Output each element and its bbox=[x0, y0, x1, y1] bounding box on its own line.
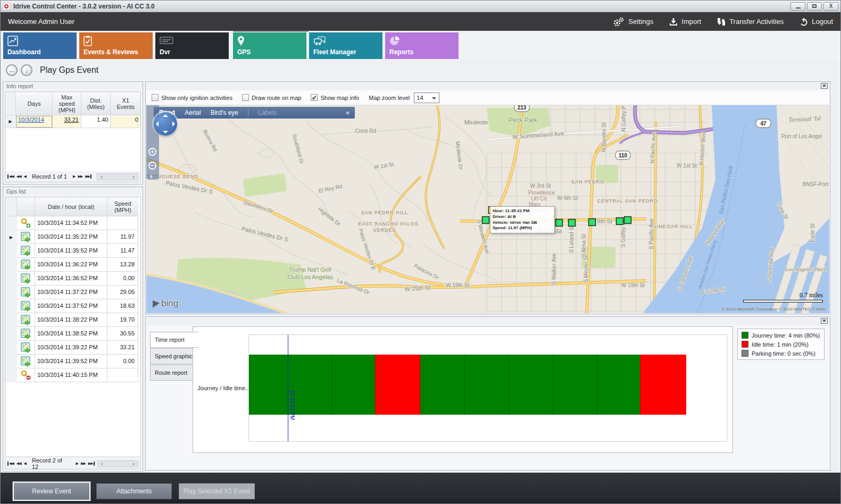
zoom-out-button[interactable]: − bbox=[148, 162, 156, 170]
map-view-birdseye[interactable]: Bird's eye bbox=[211, 109, 238, 116]
max-speed-value[interactable]: 33.21 bbox=[53, 115, 81, 128]
reports-pie-icon bbox=[389, 36, 400, 46]
next-page-button[interactable]: ▶▶ bbox=[81, 461, 86, 466]
col-date-hour[interactable]: Date / hour (local) bbox=[35, 197, 107, 216]
gps-list-row[interactable]: 10/3/2014 11:37:22 PM29.05 bbox=[5, 285, 140, 299]
col-speed[interactable]: Speed (MPH) bbox=[107, 197, 138, 216]
tab-fleet-manager[interactable]: Fleet Manager bbox=[309, 32, 382, 59]
map-label: Club-Los Angelas bbox=[287, 274, 334, 280]
gps-list-row[interactable]: 10/3/2014 11:39:22 PM33.21 bbox=[5, 341, 140, 355]
zoom-in-button[interactable]: + bbox=[148, 148, 156, 156]
page-title-row: ← ↓ Play Gps Event bbox=[1, 61, 840, 80]
tab-time-report[interactable]: Time report bbox=[150, 332, 199, 348]
legend-item: Idle time: 1 min (20%) bbox=[742, 341, 820, 348]
gps-list-row[interactable]: ▶10/3/2014 11:35:22 PM11.97 bbox=[5, 230, 140, 244]
horizontal-scrollbar[interactable] bbox=[97, 460, 138, 467]
gps-list-row[interactable]: 10/3/2014 11:38:52 PM30.55 bbox=[5, 327, 140, 341]
logout-button[interactable]: Logout bbox=[800, 18, 833, 26]
next-page-button[interactable]: ▶▶ bbox=[78, 174, 82, 179]
panel-maximize-button[interactable] bbox=[821, 318, 828, 324]
gps-marker[interactable] bbox=[624, 217, 631, 224]
download-button[interactable]: ↓ bbox=[21, 64, 32, 76]
checkbox-show-ignition[interactable]: Show only ignition activities bbox=[152, 94, 232, 101]
col-dist[interactable]: Dist. (Miles) bbox=[81, 92, 111, 115]
info-report-row[interactable]: ▶ 10/3/2014 33.21 1.40 0 bbox=[5, 115, 140, 128]
col-days[interactable]: Days bbox=[16, 92, 53, 115]
tab-reports[interactable]: Reports bbox=[385, 32, 459, 59]
gps-list-row[interactable]: 10/3/2014 11:39:52 PM0.00 bbox=[5, 355, 140, 368]
gps-list-row[interactable]: 10/3/2014 11:36:52 PM0.00 bbox=[5, 272, 140, 285]
attachments-button[interactable]: Attachments bbox=[96, 483, 172, 499]
gps-list-row[interactable]: 10/3/2014 11:34:52 PM bbox=[5, 216, 140, 230]
journey-segment bbox=[597, 355, 640, 415]
tab-events-reviews[interactable]: Events & Reviews bbox=[79, 32, 153, 59]
row-gutter: ▶ bbox=[5, 230, 17, 244]
row-gutter bbox=[5, 299, 17, 313]
transfer-activities-button[interactable]: Transfer Activities bbox=[717, 18, 784, 26]
checkbox-draw-route[interactable]: Draw route on map bbox=[242, 94, 302, 101]
col-max-speed[interactable]: Max speed (MPH) bbox=[53, 92, 81, 115]
map-view-labels[interactable]: Labels bbox=[258, 109, 277, 116]
gps-icon bbox=[17, 313, 35, 327]
prev-page-button[interactable]: ◀◀ bbox=[16, 461, 21, 466]
first-record-button[interactable]: ◀◀ bbox=[7, 174, 14, 179]
gps-marker[interactable] bbox=[556, 220, 563, 226]
maximize-button[interactable] bbox=[807, 2, 822, 11]
map-label: S Alma St bbox=[581, 234, 587, 257]
gps-marker[interactable] bbox=[569, 220, 576, 226]
legend-swatch bbox=[742, 350, 748, 357]
map-compass-control[interactable] bbox=[154, 112, 177, 136]
col-x1-events[interactable]: X1 Events bbox=[111, 92, 140, 115]
prev-record-button[interactable]: ◀ bbox=[24, 461, 26, 466]
panel-maximize-button[interactable] bbox=[821, 83, 828, 89]
row-gutter bbox=[5, 258, 17, 272]
time-cursor-line[interactable] bbox=[288, 335, 288, 441]
tab-route-report[interactable]: Route report bbox=[150, 365, 199, 381]
gps-list-row[interactable]: 10/3/2014 11:36:22 PM13.28 bbox=[5, 258, 140, 272]
tab-dvr[interactable]: Dvr bbox=[155, 32, 229, 59]
map-canvas[interactable]: MiralestePeck ParkW Summerland AveCrest … bbox=[146, 105, 829, 313]
gps-list-row[interactable]: 10/3/2014 11:35:52 PM11.47 bbox=[5, 244, 140, 258]
tooltip-vehicle: Vehicle: idrive Van SB bbox=[493, 220, 552, 226]
last-record-button[interactable]: ▶▶ bbox=[88, 461, 95, 466]
row-gutter bbox=[5, 216, 17, 230]
legend-item: Parking time: 0 sec (0%) bbox=[742, 350, 820, 357]
gps-marker[interactable] bbox=[589, 219, 596, 226]
map-label: S Leland St bbox=[569, 225, 574, 253]
next-record-button[interactable]: ▶ bbox=[73, 174, 75, 179]
review-event-button[interactable]: Review Event bbox=[12, 481, 91, 501]
checkbox-box: ✓ bbox=[311, 94, 318, 101]
map-panel: Show only ignition activities Draw route… bbox=[145, 81, 830, 314]
checkbox-show-map-info[interactable]: ✓ Show map info bbox=[311, 94, 359, 101]
gps-marker[interactable] bbox=[617, 218, 623, 225]
gps-date-cell: 10/3/2014 11:39:52 PM bbox=[35, 355, 107, 368]
gps-speed-cell: 11.97 bbox=[107, 230, 138, 244]
gps-list-row[interactable]: 10/3/2014 11:37:52 PM18.63 bbox=[5, 299, 140, 313]
gps-list-row[interactable]: 10/3/2014 11:38:22 PM19.70 bbox=[5, 313, 140, 327]
gps-marker[interactable] bbox=[482, 217, 489, 224]
x1-events-value: 0 bbox=[111, 115, 140, 128]
minimize-button[interactable] bbox=[790, 2, 805, 11]
map-zoom-select[interactable]: 14 bbox=[414, 93, 439, 103]
tab-dashboard[interactable]: Dashboard bbox=[3, 32, 77, 59]
prev-page-button[interactable]: ◀◀ bbox=[16, 174, 21, 179]
tab-speed-graphic[interactable]: Speed graphic bbox=[150, 348, 199, 364]
play-selected-x1-event-button[interactable]: Play Selected X1 Event bbox=[179, 483, 255, 499]
toolbar-collapse-button[interactable]: « bbox=[346, 109, 349, 116]
first-record-button[interactable]: ◀◀ bbox=[7, 461, 14, 466]
settings-button[interactable]: Settings bbox=[613, 17, 653, 27]
gps-list-row[interactable]: 10/3/2014 11:40:15 PM bbox=[5, 368, 140, 382]
strip-expand-icon[interactable] bbox=[151, 174, 155, 179]
close-button[interactable]: X bbox=[823, 2, 838, 11]
title-bar[interactable]: Idrive Control Center - 3.0.2 version - … bbox=[1, 1, 840, 12]
prev-record-button[interactable]: ◀ bbox=[24, 174, 26, 179]
horizontal-scrollbar[interactable] bbox=[97, 173, 138, 180]
next-record-button[interactable]: ▶ bbox=[76, 461, 78, 466]
map-view-aerial[interactable]: Aerial bbox=[185, 109, 201, 116]
tab-gps[interactable]: GPS bbox=[233, 32, 306, 59]
import-button[interactable]: Import bbox=[669, 18, 701, 26]
row-gutter bbox=[5, 368, 17, 382]
back-button[interactable]: ← bbox=[6, 64, 18, 76]
last-record-button[interactable]: ▶▶ bbox=[85, 174, 91, 179]
record-counter: Record 2 of 12 bbox=[32, 457, 70, 470]
